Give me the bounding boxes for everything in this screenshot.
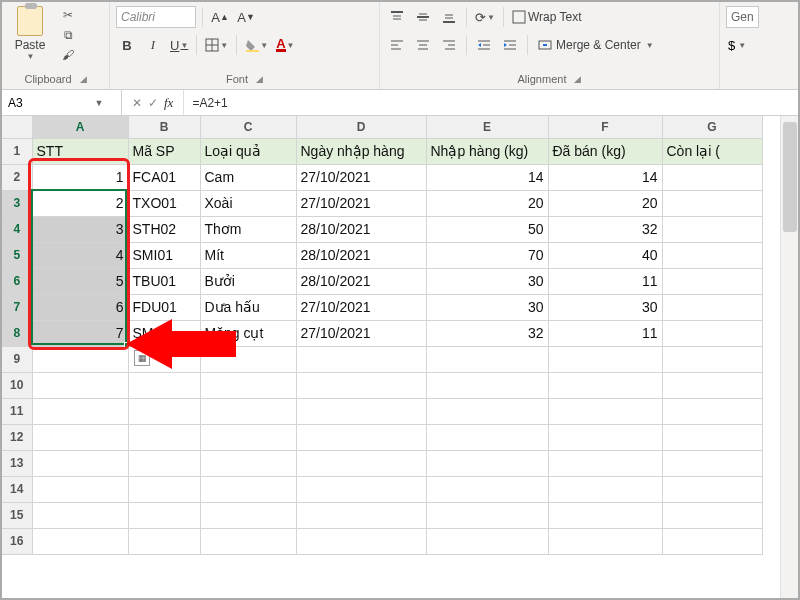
insert-function-button[interactable]: fx bbox=[164, 95, 173, 111]
data-cell[interactable] bbox=[662, 294, 762, 320]
empty-cell[interactable] bbox=[426, 346, 548, 372]
data-header-cell[interactable]: Nhập hàng (kg) bbox=[426, 138, 548, 164]
empty-cell[interactable] bbox=[200, 372, 296, 398]
row-header[interactable]: 15 bbox=[2, 502, 32, 528]
empty-cell[interactable] bbox=[296, 450, 426, 476]
data-cell[interactable]: TBU01 bbox=[128, 268, 200, 294]
number-format-select[interactable]: Gen bbox=[726, 6, 759, 28]
font-color-button[interactable]: A▼ bbox=[274, 34, 296, 56]
empty-cell[interactable] bbox=[32, 502, 128, 528]
data-cell[interactable]: 32 bbox=[548, 216, 662, 242]
spreadsheet-grid[interactable]: ABCDEFG1STTMã SPLoại quảNgày nhập hàngNh… bbox=[2, 116, 798, 598]
dialog-launcher-icon[interactable]: ◢ bbox=[574, 74, 581, 84]
name-box[interactable]: ▼ bbox=[2, 90, 122, 115]
enter-formula-icon[interactable]: ✓ bbox=[148, 96, 158, 110]
empty-cell[interactable] bbox=[548, 424, 662, 450]
scrollbar-thumb[interactable] bbox=[783, 122, 797, 232]
empty-cell[interactable] bbox=[426, 450, 548, 476]
data-header-cell[interactable]: Còn lại ( bbox=[662, 138, 762, 164]
data-cell[interactable]: 2 bbox=[32, 190, 128, 216]
empty-cell[interactable] bbox=[662, 528, 762, 554]
data-cell[interactable]: SMA bbox=[128, 320, 200, 346]
cancel-formula-icon[interactable]: ✕ bbox=[132, 96, 142, 110]
data-header-cell[interactable]: Đã bán (kg) bbox=[548, 138, 662, 164]
bold-button[interactable]: B bbox=[116, 34, 138, 56]
data-cell[interactable]: TXO01 bbox=[128, 190, 200, 216]
dialog-launcher-icon[interactable]: ◢ bbox=[256, 74, 263, 84]
empty-cell[interactable] bbox=[128, 528, 200, 554]
empty-cell[interactable] bbox=[296, 476, 426, 502]
empty-cell[interactable] bbox=[662, 424, 762, 450]
data-cell[interactable]: 27/10/2021 bbox=[296, 190, 426, 216]
align-bottom-button[interactable] bbox=[438, 6, 460, 28]
data-cell[interactable]: Xoài bbox=[200, 190, 296, 216]
data-cell[interactable]: 4 bbox=[32, 242, 128, 268]
align-center-button[interactable] bbox=[412, 34, 434, 56]
row-header[interactable]: 9 bbox=[2, 346, 32, 372]
data-cell[interactable]: FCA01 bbox=[128, 164, 200, 190]
chevron-down-icon[interactable]: ▼ bbox=[90, 98, 108, 108]
align-middle-button[interactable] bbox=[412, 6, 434, 28]
empty-cell[interactable] bbox=[548, 502, 662, 528]
data-cell[interactable]: Dưa hấu bbox=[200, 294, 296, 320]
empty-cell[interactable] bbox=[200, 424, 296, 450]
column-header[interactable]: D bbox=[296, 116, 426, 138]
data-cell[interactable]: 70 bbox=[426, 242, 548, 268]
row-header[interactable]: 8 bbox=[2, 320, 32, 346]
empty-cell[interactable] bbox=[426, 398, 548, 424]
empty-cell[interactable] bbox=[32, 450, 128, 476]
empty-cell[interactable] bbox=[32, 346, 128, 372]
data-cell[interactable]: 11 bbox=[548, 268, 662, 294]
data-cell[interactable]: STH02 bbox=[128, 216, 200, 242]
empty-cell[interactable] bbox=[32, 398, 128, 424]
row-header[interactable]: 5 bbox=[2, 242, 32, 268]
data-cell[interactable]: 14 bbox=[548, 164, 662, 190]
data-cell[interactable]: 5 bbox=[32, 268, 128, 294]
empty-cell[interactable] bbox=[200, 528, 296, 554]
row-header[interactable]: 7 bbox=[2, 294, 32, 320]
empty-cell[interactable] bbox=[296, 398, 426, 424]
data-cell[interactable]: 32 bbox=[426, 320, 548, 346]
orientation-button[interactable]: ⟳▼ bbox=[473, 6, 497, 28]
copy-button[interactable]: ⧉ bbox=[58, 26, 78, 44]
empty-cell[interactable] bbox=[662, 398, 762, 424]
empty-cell[interactable] bbox=[426, 476, 548, 502]
data-cell[interactable]: FDU01 bbox=[128, 294, 200, 320]
data-cell[interactable]: 11 bbox=[548, 320, 662, 346]
font-name-select[interactable]: Calibri bbox=[116, 6, 196, 28]
data-cell[interactable]: 27/10/2021 bbox=[296, 164, 426, 190]
empty-cell[interactable] bbox=[296, 502, 426, 528]
data-cell[interactable] bbox=[662, 164, 762, 190]
wrap-text-button[interactable]: Wrap Text bbox=[510, 6, 584, 28]
fill-handle[interactable] bbox=[124, 342, 130, 348]
vertical-scrollbar[interactable] bbox=[780, 116, 798, 598]
empty-cell[interactable] bbox=[200, 346, 296, 372]
empty-cell[interactable] bbox=[662, 346, 762, 372]
empty-cell[interactable] bbox=[296, 424, 426, 450]
increase-font-button[interactable]: A▲ bbox=[209, 6, 231, 28]
data-cell[interactable]: 1 bbox=[32, 164, 128, 190]
decrease-font-button[interactable]: A▼ bbox=[235, 6, 257, 28]
data-cell[interactable]: 28/10/2021 bbox=[296, 242, 426, 268]
chevron-down-icon[interactable]: ▼ bbox=[27, 52, 35, 61]
empty-cell[interactable] bbox=[32, 528, 128, 554]
data-cell[interactable]: 6 bbox=[32, 294, 128, 320]
empty-cell[interactable] bbox=[128, 502, 200, 528]
empty-cell[interactable] bbox=[32, 372, 128, 398]
empty-cell[interactable] bbox=[548, 528, 662, 554]
column-header[interactable]: B bbox=[128, 116, 200, 138]
data-cell[interactable]: 7 bbox=[32, 320, 128, 346]
empty-cell[interactable] bbox=[548, 398, 662, 424]
data-cell[interactable]: SMI01 bbox=[128, 242, 200, 268]
data-cell[interactable] bbox=[662, 242, 762, 268]
data-cell[interactable]: Mít bbox=[200, 242, 296, 268]
name-box-input[interactable] bbox=[2, 94, 90, 112]
empty-cell[interactable] bbox=[426, 502, 548, 528]
empty-cell[interactable] bbox=[662, 476, 762, 502]
row-header[interactable]: 1 bbox=[2, 138, 32, 164]
empty-cell[interactable] bbox=[128, 450, 200, 476]
fill-color-button[interactable]: ▼ bbox=[243, 34, 270, 56]
empty-cell[interactable] bbox=[426, 528, 548, 554]
empty-cell[interactable] bbox=[548, 372, 662, 398]
row-header[interactable]: 4 bbox=[2, 216, 32, 242]
